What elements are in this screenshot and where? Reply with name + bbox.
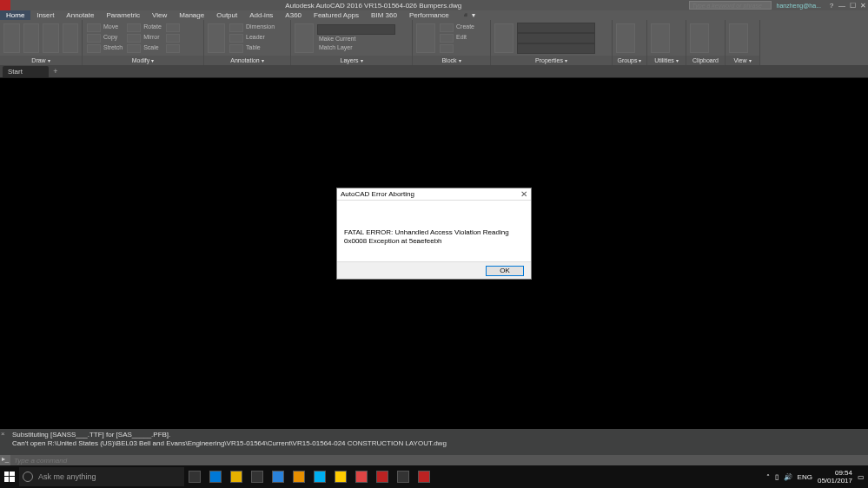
line-button[interactable] — [3, 23, 20, 53]
mirror-button[interactable] — [127, 34, 141, 43]
tab-performance[interactable]: Performance — [403, 10, 455, 20]
circle-button[interactable] — [43, 23, 59, 53]
error-dialog: AutoCAD Error Aborting ✕ FATAL ERROR: Un… — [336, 188, 532, 280]
tab-a360[interactable]: A360 — [279, 10, 308, 20]
cortana-icon — [23, 472, 33, 482]
stretch-button[interactable] — [87, 44, 101, 53]
taskbar-app-9[interactable] — [373, 467, 392, 486]
tab-home[interactable]: Home — [0, 10, 30, 20]
fillet-button[interactable] — [166, 34, 180, 43]
panel-block: Create Edit Block — [413, 20, 491, 65]
measure-button[interactable] — [651, 23, 670, 53]
tray-time: 09:54 — [818, 469, 852, 477]
tray-volume-icon[interactable]: 🔊 — [784, 473, 792, 481]
dialog-body: FATAL ERROR: Unhandled Access Violation … — [337, 201, 531, 261]
dimension-button[interactable] — [229, 23, 243, 32]
tab-insert[interactable]: Insert — [30, 10, 60, 20]
signin-user[interactable]: hanzheng@ha... — [777, 3, 821, 9]
lineweight-dropdown[interactable] — [517, 33, 595, 43]
tab-output[interactable]: Output — [210, 10, 243, 20]
trim-button[interactable] — [166, 23, 180, 32]
table-button[interactable] — [229, 44, 243, 53]
taskbar-app-5[interactable] — [289, 467, 308, 486]
taskbar-app-2[interactable] — [227, 467, 246, 486]
taskbar-app-3[interactable] — [248, 467, 267, 486]
panel-label-utilities[interactable]: Utilities — [647, 56, 686, 65]
panel-label-view[interactable]: View — [726, 56, 759, 65]
dialog-close-icon[interactable]: ✕ — [520, 189, 527, 199]
color-dropdown[interactable] — [517, 23, 595, 33]
panel-label-properties[interactable]: Properties — [491, 56, 612, 65]
command-input[interactable] — [10, 457, 868, 465]
tray-network-icon[interactable]: ▯ — [775, 473, 779, 481]
taskbar-app-11[interactable] — [414, 467, 434, 486]
tray-notifications-icon[interactable]: ▭ — [858, 473, 865, 481]
insert-block-button[interactable] — [416, 23, 435, 53]
panel-label-draw[interactable]: Draw — [0, 56, 82, 65]
panel-label-layers[interactable]: Layers — [291, 56, 412, 65]
tray-chevron-icon[interactable]: ˄ — [766, 473, 770, 481]
leader-button[interactable] — [229, 34, 243, 43]
taskbar-app-7[interactable] — [331, 467, 350, 486]
start-button[interactable] — [0, 467, 19, 486]
base-view-button[interactable] — [729, 23, 748, 53]
arc-button[interactable] — [63, 23, 79, 53]
taskbar-app-6[interactable] — [310, 467, 329, 486]
panel-properties: Properties — [491, 20, 613, 65]
panel-label-block[interactable]: Block — [413, 56, 490, 65]
task-view-button[interactable] — [185, 467, 204, 486]
move-button[interactable] — [87, 23, 101, 32]
taskbar-app-8[interactable] — [352, 467, 371, 486]
minimize-button[interactable]: — — [837, 2, 847, 10]
tab-featured-apps[interactable]: Featured Apps — [308, 10, 365, 20]
polyline-button[interactable] — [23, 23, 40, 53]
command-line: ▸_ — [0, 455, 868, 465]
help-search-input[interactable] — [689, 1, 772, 10]
cortana-placeholder: Ask me anything — [38, 472, 96, 481]
command-history: × Substituting [SANSS___.TTF] for [SAS__… — [0, 429, 868, 455]
dialog-title: AutoCAD Error Aborting — [341, 190, 520, 198]
taskbar-app-1[interactable] — [206, 467, 225, 486]
panel-label-groups[interactable]: Groups — [613, 56, 646, 65]
taskbar-app-10[interactable] — [394, 467, 413, 486]
copy-button[interactable] — [87, 34, 101, 43]
create-block-button[interactable] — [440, 23, 454, 32]
tab-parametric[interactable]: Parametric — [100, 10, 146, 20]
close-button[interactable]: ✕ — [858, 2, 868, 10]
rotate-button[interactable] — [127, 23, 141, 32]
tab-view[interactable]: View — [146, 10, 173, 20]
tray-lang[interactable]: ENG — [798, 473, 812, 481]
edit-block-button[interactable] — [440, 34, 454, 43]
match-properties-button[interactable] — [494, 23, 514, 53]
scale-button[interactable] — [127, 44, 141, 53]
help-icon[interactable]: ? — [826, 2, 837, 10]
cmd-hist-line-2: Can't open R:\United States (US)\BEL03 B… — [12, 439, 865, 448]
dialog-titlebar[interactable]: AutoCAD Error Aborting ✕ — [337, 188, 531, 201]
close-history-icon[interactable]: × — [1, 430, 5, 439]
command-grip-icon[interactable]: ▸_ — [0, 455, 10, 465]
linetype-dropdown[interactable] — [517, 43, 595, 54]
panel-label-modify[interactable]: Modify — [83, 56, 203, 65]
panel-draw: Draw — [0, 20, 83, 65]
cortana-search[interactable]: Ask me anything — [19, 467, 184, 486]
ok-button[interactable]: OK — [486, 266, 524, 276]
text-button[interactable] — [208, 23, 225, 53]
tab-extra[interactable]: ◾ ▾ — [455, 10, 481, 20]
array-button[interactable] — [166, 44, 180, 53]
group-button[interactable] — [616, 23, 635, 53]
paste-button[interactable] — [690, 23, 709, 53]
tab-bim360[interactable]: BIM 360 — [365, 10, 403, 20]
taskbar-app-4[interactable] — [268, 467, 288, 486]
new-tab-button[interactable]: + — [49, 66, 63, 77]
file-tab-start[interactable]: Start — [3, 66, 49, 77]
tab-manage[interactable]: Manage — [173, 10, 210, 20]
tab-addins[interactable]: Add-ins — [243, 10, 279, 20]
edit-attr-button[interactable] — [440, 44, 454, 53]
layer-properties-button[interactable] — [295, 23, 314, 53]
panel-label-annotation[interactable]: Annotation — [204, 56, 290, 65]
tray-clock[interactable]: 09:54 05/01/2017 — [818, 469, 852, 485]
tab-annotate[interactable]: Annotate — [60, 10, 100, 20]
maximize-button[interactable]: ☐ — [847, 2, 858, 10]
layer-dropdown[interactable] — [317, 24, 395, 35]
panel-label-clipboard[interactable]: Clipboard — [686, 56, 725, 65]
